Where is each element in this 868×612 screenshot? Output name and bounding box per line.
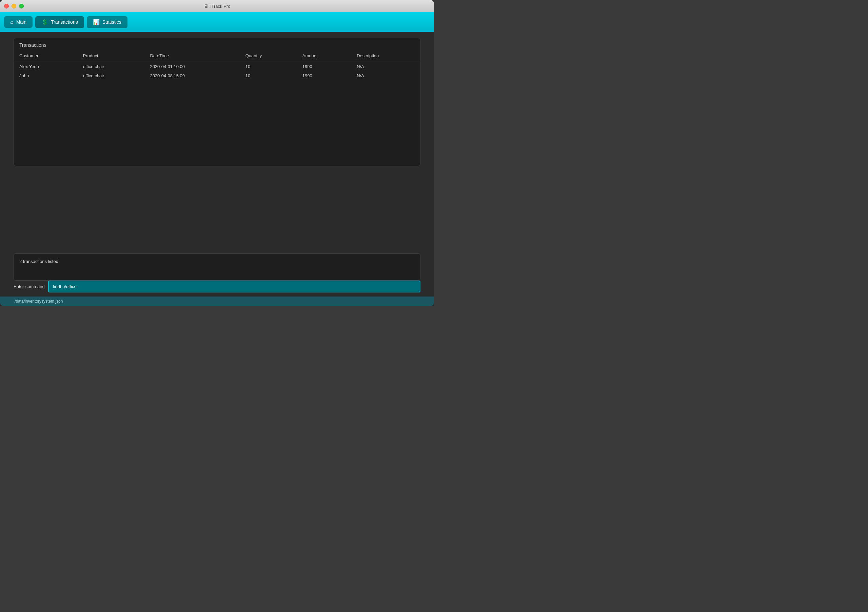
- table-row[interactable]: Alex Yeoh office chair 2020-04-01 10:00 …: [14, 62, 420, 71]
- col-description: Description: [351, 51, 420, 62]
- col-amount: Amount: [297, 51, 351, 62]
- statistics-button-label: Statistics: [102, 19, 121, 25]
- app-window: 🖥 iTrack Pro ⌂ Main 💲 Transactions 📊 Sta…: [0, 0, 434, 306]
- cell-amount: 1990: [297, 71, 351, 80]
- transactions-section: Transactions Customer Product DateTime Q…: [14, 38, 420, 166]
- app-title: iTrack Pro: [211, 4, 231, 9]
- transactions-table: Customer Product DateTime Quantity Amoun…: [14, 51, 420, 80]
- status-bar: ./data/inventorysystem.json: [0, 297, 434, 306]
- cell-datetime: 2020-04-01 10:00: [144, 62, 240, 71]
- cell-quantity: 10: [240, 62, 297, 71]
- cell-datetime: 2020-04-08 15:09: [144, 71, 240, 80]
- statistics-icon: 📊: [93, 19, 100, 25]
- cell-amount: 1990: [297, 62, 351, 71]
- main-button-label: Main: [16, 19, 26, 25]
- cell-product: office chair: [78, 71, 145, 80]
- window-controls: [4, 4, 24, 8]
- table-wrapper: Customer Product DateTime Quantity Amoun…: [14, 51, 420, 166]
- title-bar: 🖥 iTrack Pro: [0, 0, 434, 12]
- cell-description: N/A: [351, 62, 420, 71]
- maximize-button[interactable]: [19, 4, 24, 8]
- statistics-button[interactable]: 📊 Statistics: [87, 16, 127, 28]
- section-title: Transactions: [14, 38, 420, 51]
- toolbar: ⌂ Main 💲 Transactions 📊 Statistics: [0, 12, 434, 32]
- cell-product: office chair: [78, 62, 145, 71]
- minimize-button[interactable]: [11, 4, 16, 8]
- cell-customer: John: [14, 71, 78, 80]
- col-customer: Customer: [14, 51, 78, 62]
- app-icon: 🖥: [204, 3, 209, 9]
- output-area: 2 transactions listed!: [14, 253, 420, 281]
- spacer: [0, 166, 434, 247]
- command-label: Enter command: [14, 284, 45, 289]
- status-text: ./data/inventorysystem.json: [14, 299, 63, 304]
- col-quantity: Quantity: [240, 51, 297, 62]
- home-icon: ⌂: [10, 19, 14, 25]
- transactions-icon: 💲: [41, 19, 48, 25]
- close-button[interactable]: [4, 4, 9, 8]
- cell-customer: Alex Yeoh: [14, 62, 78, 71]
- col-product: Product: [78, 51, 145, 62]
- command-bar: Enter command: [14, 281, 420, 292]
- output-text: 2 transactions listed!: [19, 259, 60, 264]
- table-row[interactable]: John office chair 2020-04-08 15:09 10 19…: [14, 71, 420, 80]
- col-datetime: DateTime: [144, 51, 240, 62]
- window-title: 🖥 iTrack Pro: [204, 3, 231, 9]
- main-button[interactable]: ⌂ Main: [4, 16, 33, 28]
- cell-description: N/A: [351, 71, 420, 80]
- table-header-row: Customer Product DateTime Quantity Amoun…: [14, 51, 420, 62]
- transactions-button-label: Transactions: [51, 19, 78, 25]
- cell-quantity: 10: [240, 71, 297, 80]
- transactions-button[interactable]: 💲 Transactions: [35, 16, 84, 28]
- main-content: Transactions Customer Product DateTime Q…: [0, 32, 434, 297]
- command-input[interactable]: [48, 281, 420, 292]
